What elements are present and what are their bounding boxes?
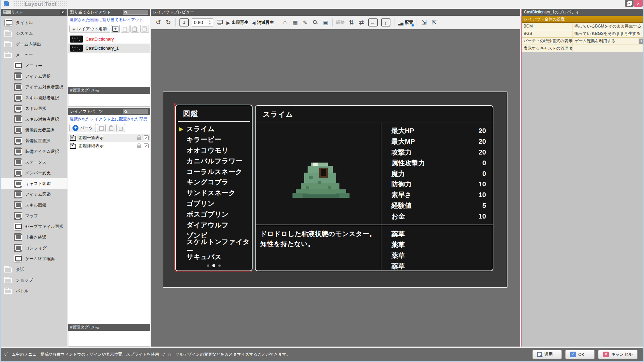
pen-tool-button[interactable] xyxy=(301,18,310,27)
part-list-item[interactable]: 図鑑一覧表示 xyxy=(68,134,150,142)
preview-canvas[interactable]: 図鑑 ▶ スライム ▶ キラービー ▶ オオコウモリ xyxy=(151,29,520,347)
copy-layout-button[interactable] xyxy=(121,25,129,33)
play-appear-button[interactable]: 出現再生 xyxy=(225,18,250,27)
lock-open-icon[interactable] xyxy=(137,137,141,140)
frame-select-button[interactable] xyxy=(321,18,330,27)
sidebar-item[interactable]: アイテム選択 xyxy=(1,71,67,82)
visibility-checkbox[interactable] xyxy=(144,135,149,140)
assigned-layout-hint: 選択された画面に割り当てるレイアウト xyxy=(68,16,150,23)
sidebar-item[interactable]: メニュー xyxy=(1,50,67,60)
monster-name: サンドスネーク xyxy=(186,188,235,197)
dictionary-detail-window[interactable]: スライム xyxy=(255,105,493,271)
sidebar-item[interactable]: スキル対象者選択 xyxy=(1,114,67,125)
snap-magnet-button[interactable] xyxy=(280,18,290,27)
layout-tag-memo-input[interactable] xyxy=(68,94,150,107)
sidebar-item[interactable]: バトル xyxy=(1,286,67,296)
fit-view-button[interactable] xyxy=(179,18,189,26)
import-parts-button[interactable] xyxy=(429,18,439,27)
layout-parts-body: 選択されたレイアウト上に配置された部品 パーツ 図鑑一覧表示 xyxy=(68,115,150,324)
play-vanish-button[interactable]: 消滅再生 xyxy=(251,18,275,27)
part-list-item[interactable]: 図鑑詳細表示 xyxy=(68,142,150,150)
sidebar-item[interactable]: 装備アイテム選択 xyxy=(1,146,67,157)
sidebar-item[interactable]: メンバー変更 xyxy=(1,168,67,178)
search-icon xyxy=(124,11,127,13)
sidebar-item[interactable]: アイテム図鑑 xyxy=(1,189,67,200)
dictionary-list-window[interactable]: 図鑑 ▶ スライム ▶ キラービー ▶ オオコウモリ xyxy=(175,105,253,271)
sidebar-item[interactable]: ショップ xyxy=(1,275,67,286)
stat-value: 10 xyxy=(479,191,486,199)
copy-part-button[interactable] xyxy=(97,124,106,132)
screen-type-icon xyxy=(14,158,22,166)
sidebar-item[interactable]: ステータス xyxy=(1,157,67,168)
sidebar-item[interactable]: ゲーム内演出 xyxy=(1,39,67,50)
monster-name: コーラルスネーク xyxy=(186,167,243,176)
sidebar-item[interactable]: タイトル xyxy=(1,17,67,28)
align-placement-button[interactable]: 配置 xyxy=(397,18,415,27)
collapse-sidebar-button[interactable]: < xyxy=(60,10,65,15)
property-row[interactable]: BGM 鳴っているBGMをそのまま再生する xyxy=(522,23,644,30)
property-row[interactable]: 表示するキャストの管理タグ xyxy=(522,45,644,52)
assigned-layout-title: 割り当てるレイアウト xyxy=(70,9,111,16)
sidebar-item[interactable]: 会話 xyxy=(1,264,67,275)
redo-button[interactable] xyxy=(164,18,173,27)
sidebar-item[interactable]: 上書き確認 xyxy=(1,232,67,243)
swap-vertical-button[interactable] xyxy=(347,18,356,27)
screen-type-icon xyxy=(4,19,12,27)
add-layout-sub-button[interactable] xyxy=(111,25,120,33)
add-part-button[interactable]: パーツ xyxy=(69,124,96,132)
ok-button[interactable]: OK xyxy=(565,350,595,359)
sidebar-item[interactable]: 装備変更者選択 xyxy=(1,125,67,135)
paste-part-button[interactable] xyxy=(107,124,115,132)
export-parts-button[interactable] xyxy=(419,18,429,27)
sidebar-item[interactable]: スキル選択 xyxy=(1,103,67,114)
sidebar-item[interactable]: メニュー xyxy=(1,60,67,71)
sidebar-item[interactable]: 装備位置選択 xyxy=(1,135,67,146)
swap-horizontal-button[interactable] xyxy=(357,18,366,27)
add-layout-button[interactable]: + レイアウト追加 xyxy=(69,25,110,33)
property-row[interactable]: BGS 鳴っているBGSをそのまま再生する xyxy=(522,30,644,38)
parts-search-input[interactable] xyxy=(123,109,148,114)
zoom-spinner: ▲▼ xyxy=(192,18,213,26)
sidebar-item[interactable]: セーブファイル選択 xyxy=(1,221,67,232)
stat-row: 属性攻撃力 0 xyxy=(391,158,486,168)
stat-label: 魔力 xyxy=(391,169,405,178)
sidebar-item[interactable]: アイテム対象者選択 xyxy=(1,82,67,93)
visibility-checkbox[interactable] xyxy=(144,143,149,148)
sidebar-item[interactable]: システム xyxy=(1,28,67,39)
properties-rows: BGM 鳴っているBGMをそのまま再生する BGS 鳴っているBGSをそのまま再… xyxy=(522,23,644,52)
layout-list-item[interactable]: CastDictionary xyxy=(68,35,150,44)
sidebar-item[interactable]: コンフィグ xyxy=(1,243,67,253)
sidebar-item[interactable]: キャスト図鑑 xyxy=(1,178,67,189)
sidebar-item[interactable]: マップ xyxy=(1,210,67,221)
zoom-up-icon[interactable]: ▲ xyxy=(207,19,212,22)
stretch-vertical-button[interactable] xyxy=(381,18,390,26)
monster-list-item: ▶ キングコブラ xyxy=(176,177,252,188)
maximize-button[interactable] xyxy=(625,0,634,7)
layout-search-input[interactable] xyxy=(123,10,148,15)
sidebar-item[interactable]: スキル発動者選択 xyxy=(1,93,67,103)
zoom-down-icon[interactable]: ▼ xyxy=(207,22,212,26)
copy-icon xyxy=(123,27,127,32)
paste-layout-button[interactable] xyxy=(130,25,139,33)
zoom-value-input[interactable] xyxy=(192,20,207,25)
sidebar-item[interactable]: スキル図鑑 xyxy=(1,200,67,210)
inspect-tool-button[interactable] xyxy=(311,18,320,27)
grid-toggle-button[interactable] xyxy=(290,18,300,27)
delete-layout-button[interactable] xyxy=(140,25,149,33)
screen-preview-button[interactable] xyxy=(215,18,224,27)
parts-tag-memo-input[interactable] xyxy=(68,331,150,347)
property-control-icon[interactable] xyxy=(639,39,644,44)
screen-type-icon xyxy=(14,169,22,177)
delete-part-button[interactable] xyxy=(116,124,125,132)
layout-preview-panel: レイアウトプレビュー ▲▼ 出現再生 消滅再生 調整 xyxy=(151,9,520,347)
apply-button[interactable]: 適用 xyxy=(532,350,562,359)
close-button[interactable]: × xyxy=(634,0,643,7)
layout-list-item[interactable]: CastDictionary_1 xyxy=(68,44,150,53)
cancel-button[interactable]: キャンセル xyxy=(598,350,638,359)
undo-button[interactable] xyxy=(154,18,163,27)
part-folder-icon xyxy=(70,144,76,149)
stretch-horizontal-button[interactable] xyxy=(368,18,378,26)
property-row[interactable]: パーティの特殊書式の表示 ゲーム定義を利用する xyxy=(522,38,644,45)
sidebar-item[interactable]: ゲーム終了確認 xyxy=(1,253,67,264)
lock-open-icon[interactable] xyxy=(137,145,141,148)
